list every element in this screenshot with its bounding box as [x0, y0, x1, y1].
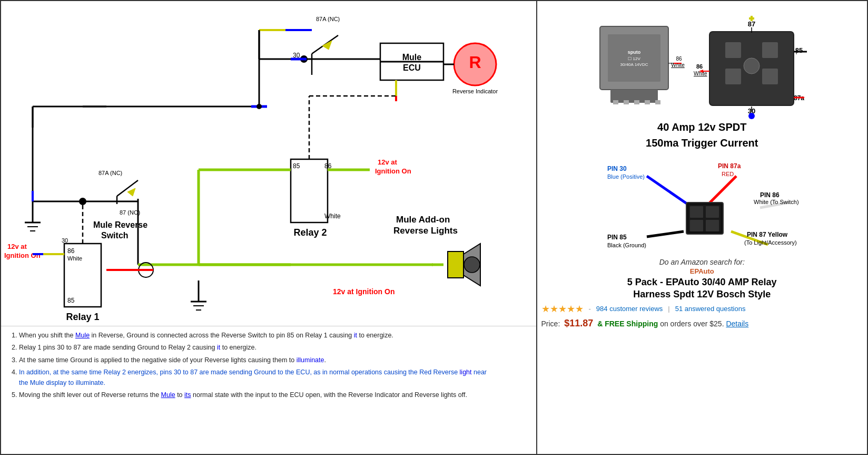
svg-rect-72	[448, 251, 463, 278]
review-count[interactable]: 984 customer reviews	[596, 305, 663, 313]
svg-text:Reverse Lights: Reverse Lights	[393, 226, 458, 236]
svg-text:PIN 30: PIN 30	[607, 165, 627, 172]
svg-rect-106	[762, 69, 778, 84]
svg-rect-94	[624, 100, 629, 104]
free-shipping: & FREE Shipping	[597, 320, 658, 328]
svg-point-124	[748, 113, 755, 119]
svg-text:White: White	[67, 255, 82, 262]
svg-text:85: 85	[67, 297, 75, 304]
svg-text:85: 85	[293, 162, 300, 170]
instruction-item-5: Moving the shift lever out of Reverse re…	[19, 390, 530, 400]
svg-rect-135	[690, 220, 703, 231]
right-panel: sputo ☐ 12V 30/40A 14VDC 86 White	[537, 1, 867, 454]
svg-rect-96	[645, 100, 650, 104]
svg-text:87A (NC): 87A (NC)	[316, 16, 340, 22]
instructions-section: When you shift the Mule in Reverse, Grou…	[1, 326, 537, 454]
svg-marker-25	[127, 188, 135, 196]
wiring-diagram: Relay 1 86 85 White 12v at Ignition On 3…	[1, 1, 537, 328]
rating-section: ★★★★★ - 984 customer reviews | 51 answer…	[541, 303, 863, 315]
svg-text:PIN 86: PIN 86	[760, 191, 780, 199]
separator-2: |	[668, 305, 669, 313]
svg-point-107	[744, 58, 760, 74]
its-link: its	[184, 391, 191, 399]
svg-text:(To Light/Accessory): (To Light/Accessory)	[744, 239, 797, 246]
svg-text:PIN 87 Yellow: PIN 87 Yellow	[747, 231, 788, 238]
svg-text:Mule Reverse: Mule Reverse	[93, 220, 147, 229]
svg-text:Blue (Positive): Blue (Positive)	[607, 173, 645, 180]
svg-text:86: 86	[676, 56, 682, 62]
mule-link-1: Mule	[75, 332, 90, 339]
relay-bottom-section: PIN 30 Blue (Positive) PIN 85 Black (Gro…	[541, 155, 863, 253]
it-link-2: it	[217, 344, 220, 351]
instruction-item-2: Relay 1 pins 30 to 87 are made sending G…	[19, 343, 530, 353]
svg-line-125	[647, 176, 689, 205]
svg-rect-133	[690, 206, 703, 218]
svg-rect-103	[725, 42, 741, 58]
price-label: Price:	[541, 320, 560, 328]
svg-text:Mule: Mule	[402, 53, 422, 62]
svg-text:30/40A 14VDC: 30/40A 14VDC	[620, 62, 648, 67]
svg-text:RED: RED	[722, 171, 734, 177]
svg-text:87 (NO): 87 (NO)	[120, 209, 140, 216]
svg-text:White: White	[324, 212, 341, 220]
details-link[interactable]: Details	[726, 320, 748, 328]
svg-rect-105	[725, 69, 741, 84]
svg-text:86: 86	[67, 247, 75, 255]
instruction-list: When you shift the Mule in Reverse, Grou…	[9, 331, 530, 400]
svg-text:87: 87	[748, 20, 755, 28]
svg-text:12v at: 12v at	[7, 243, 27, 250]
svg-text:Ignition On: Ignition On	[4, 251, 41, 259]
svg-line-126	[707, 176, 736, 205]
relay-photo-left: sputo ☐ 12V 30/40A 14VDC 86 White	[595, 16, 689, 116]
amazon-search-text: Do an Amazon search for:	[541, 258, 863, 266]
main-container: Relay 1 86 85 White 12v at Ignition On 3…	[0, 0, 868, 455]
amazon-search-section: Do an Amazon search for: EPAuto	[541, 256, 863, 275]
separator-1: -	[589, 305, 591, 313]
illuminate-link: illuminate	[297, 356, 324, 364]
svg-text:12v at Ignition On: 12v at Ignition On	[333, 287, 394, 296]
shipping-detail: on orders over $25.	[660, 320, 724, 328]
left-panel: Relay 1 86 85 White 12v at Ignition On 3…	[1, 1, 537, 454]
svg-text:PIN 85: PIN 85	[607, 234, 627, 241]
svg-text:ECU: ECU	[403, 63, 421, 72]
product-title: 5 Pack - EPAuto 30/40 AMP Relay Harness …	[541, 276, 863, 301]
svg-text:sputo: sputo	[628, 50, 641, 55]
svg-rect-136	[706, 220, 719, 231]
instruction-item-4: In addition, at the same time Relay 2 en…	[19, 367, 530, 388]
it-link-1: it	[354, 332, 357, 339]
svg-rect-104	[762, 42, 778, 58]
svg-text:Ignition On: Ignition On	[375, 167, 411, 175]
svg-text:White (To Switch): White (To Switch)	[754, 199, 799, 205]
price-section: Price: $11.87 & FREE Shipping on orders …	[541, 318, 863, 329]
relay-photos-row: sputo ☐ 12V 30/40A 14VDC 86 White	[541, 5, 863, 116]
instruction-item-1: When you shift the Mule in Reverse, Grou…	[19, 331, 530, 341]
svg-text:Relay 2: Relay 2	[293, 227, 327, 238]
brand-label: EPAuto	[541, 267, 863, 275]
mule-link-2: Mule	[161, 391, 175, 399]
price-value: $11.87	[564, 318, 593, 328]
svg-text:Mule Add-on: Mule Add-on	[396, 215, 450, 225]
svg-marker-48	[322, 41, 332, 50]
svg-rect-93	[613, 100, 618, 104]
product-title-line2: Harness Spdt 12V Bosch Style	[633, 289, 771, 299]
svg-rect-97	[655, 100, 660, 104]
svg-text:☐ 12V: ☐ 12V	[628, 56, 640, 61]
svg-text:12v at: 12v at	[378, 158, 398, 166]
svg-text:87A (NC): 87A (NC)	[98, 170, 122, 176]
relay-spec-line2: 150ma Trigger Current	[541, 136, 863, 150]
answered-questions[interactable]: 51 answered questions	[675, 305, 746, 313]
svg-rect-95	[634, 100, 639, 104]
instruction-item-3: At the same time Ground is applied to th…	[19, 355, 530, 365]
svg-text:86: 86	[696, 63, 703, 70]
svg-text:PIN 87a: PIN 87a	[718, 162, 741, 170]
svg-line-130	[647, 231, 684, 237]
relay-photo-right: 87 85 86 White	[694, 11, 810, 116]
svg-point-86	[257, 104, 262, 109]
svg-text:Relay 1: Relay 1	[66, 312, 99, 322]
svg-text:Switch: Switch	[101, 231, 129, 240]
product-title-line1: 5 Pack - EPAuto 30/40 AMP Relay	[627, 277, 777, 287]
svg-rect-134	[706, 206, 719, 218]
svg-point-74	[464, 257, 480, 273]
svg-text:30: 30	[62, 237, 68, 244]
star-rating: ★★★★★	[541, 303, 584, 315]
